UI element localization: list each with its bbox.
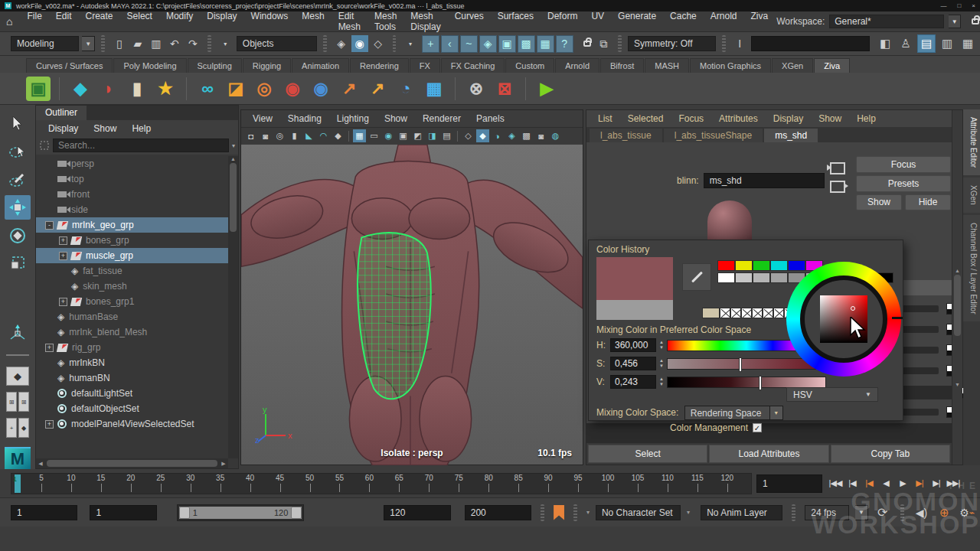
ziva-bone-icon[interactable]: ▮ [125, 77, 149, 101]
viewport-menu-shading[interactable]: Shading [281, 112, 328, 126]
ae-menu-attributes[interactable]: Attributes [712, 112, 765, 126]
menu-edit-mesh[interactable]: Edit Mesh [332, 8, 368, 34]
toolbar-grip[interactable] [101, 35, 105, 52]
ziva-delete-solver-icon[interactable]: ⊠ [492, 77, 517, 101]
empty-history-swatch[interactable] [773, 308, 784, 318]
viewport-menu-show[interactable]: Show [377, 112, 414, 126]
modeling-toolkit-icon[interactable]: ◧ [876, 34, 894, 53]
ziva-run-simulation-icon[interactable]: ▶ [534, 77, 559, 101]
home-icon[interactable]: ⌂ [6, 15, 12, 28]
tools-expand-icon[interactable]: ▾ [402, 35, 418, 52]
new-scene-icon[interactable]: ▯ [111, 35, 128, 52]
current-color-swatch[interactable] [596, 257, 673, 300]
playback-end-field[interactable]: 120 [384, 505, 450, 520]
viewport-menu-renderer[interactable]: Renderer [416, 112, 468, 126]
menu-mesh[interactable]: Mesh [295, 8, 331, 34]
animation-preferences-icon[interactable]: ⚙⌁ [959, 504, 975, 521]
material-swatch-sphere[interactable] [707, 201, 752, 243]
side-tab-attribute-editor[interactable]: Attribute Editor [963, 109, 980, 175]
color-model-select[interactable]: HSV▼ [786, 387, 878, 402]
select-camera-icon[interactable]: ◘ [244, 129, 257, 142]
empty-history-swatch[interactable] [720, 308, 730, 318]
ao-icon[interactable]: ◙ [534, 129, 547, 142]
ziva-delete-node-icon[interactable]: ⊗ [464, 77, 488, 101]
outliner-item-top[interactable]: top [36, 171, 228, 187]
snap-grid-icon[interactable]: ◈ [333, 35, 350, 52]
workspace-lock-icon[interactable] [972, 18, 979, 24]
playback-start-field[interactable]: 1 [90, 505, 156, 520]
safe-title-icon[interactable]: ▤ [440, 129, 453, 142]
mixing-space-select[interactable]: Rendering Space [684, 406, 770, 420]
shelf-tab-curves-surfaces[interactable]: Curves / Surfaces [26, 58, 113, 73]
expand-toggle-icon[interactable]: - [45, 221, 54, 230]
shelf-tab-fx-caching[interactable]: FX Caching [441, 58, 505, 73]
fps-dropdown-icon[interactable]: ▼ [855, 505, 868, 520]
outliner-search-dropdown-icon[interactable]: ▾ [232, 142, 235, 149]
palette-swatch[interactable] [753, 260, 770, 271]
menu-select[interactable]: Select [120, 8, 159, 34]
menu-mesh-display[interactable]: Mesh Display [403, 8, 447, 34]
charset-dropdown-icon[interactable]: ▾ [687, 509, 690, 516]
attribute-editor-toggle-icon[interactable]: ▤ [917, 34, 936, 53]
outliner-item-defaultlightset[interactable]: defaultLightSet [36, 386, 228, 401]
close-button[interactable]: × [972, 2, 975, 9]
outliner-item-modelpanel4viewselectedset[interactable]: +modelPanel4ViewSelectedSet [36, 416, 228, 432]
step-back-frame-button[interactable]: |◀ [844, 474, 861, 493]
open-scene-icon[interactable]: ▰ [129, 35, 146, 52]
outliner-item-humanbase[interactable]: ◈humanBase [36, 309, 228, 324]
shadows-icon[interactable]: ▩ [520, 129, 533, 142]
value-slider[interactable] [667, 377, 826, 388]
ae-menu-help[interactable]: Help [850, 112, 883, 126]
save-scene-icon[interactable]: ▥ [148, 35, 165, 52]
current-frame-field[interactable]: 1 [756, 474, 822, 493]
outliner-item-bones_grp1[interactable]: +bones_grp1 [36, 294, 228, 309]
outliner-item-humanbn[interactable]: ◈humanBN [36, 370, 228, 386]
step-forward-key-button[interactable]: ▶| [911, 474, 928, 493]
previous-color-swatch[interactable] [596, 300, 673, 320]
viewport-menu-lighting[interactable]: Lighting [330, 112, 376, 126]
outliner-filter-icon[interactable] [39, 140, 50, 151]
menu-deform[interactable]: Deform [541, 8, 584, 34]
toolbar-grip[interactable] [323, 35, 327, 52]
show-button[interactable]: Show [856, 194, 902, 210]
outliner-item-muscle_grp[interactable]: +muscle_grp [36, 248, 228, 263]
hue-spinner[interactable]: ▲▼ [659, 340, 664, 350]
viewport-menu-view[interactable]: View [246, 112, 279, 126]
range-slider[interactable]: 1120 [177, 504, 305, 521]
use-all-lights-icon[interactable]: ◈ [505, 129, 518, 142]
ziva-solver-icon[interactable]: ▦ [422, 77, 446, 101]
anim-layer-select[interactable]: No Anim Layer [701, 505, 782, 520]
input-line-field[interactable] [751, 36, 870, 51]
outliner-search-input[interactable]: Search... [53, 139, 229, 152]
selection-mask-select[interactable]: Objects [237, 36, 317, 51]
palette-swatch[interactable] [717, 260, 735, 271]
two-pane-layout-button[interactable]: + [6, 418, 17, 438]
copy-node-icon[interactable] [830, 181, 845, 193]
film-gate-icon[interactable]: ▭ [368, 129, 381, 142]
hue-field[interactable]: 360,000 [610, 338, 656, 352]
shelf-tab-xgen[interactable]: XGen [772, 58, 813, 73]
attribute-editor-scrollbar[interactable]: ▲ ▼ [952, 110, 962, 465]
palette-swatch[interactable] [735, 260, 753, 271]
menu-file[interactable]: File [20, 8, 48, 34]
menu-set-select[interactable]: Modeling [11, 36, 79, 51]
make-live-icon[interactable]: + [422, 35, 439, 53]
ae-button-copy-tab[interactable]: Copy Tab [831, 445, 950, 463]
toolbar-grip[interactable] [722, 35, 726, 52]
side-tab-channel-box-layer-editor[interactable]: Channel Box / Layer Editor [963, 215, 980, 322]
ae-menu-list[interactable]: List [591, 112, 619, 126]
shelf-tab-animation[interactable]: Animation [292, 58, 349, 73]
outliner-item-fat_tissue[interactable]: ◈fat_tissue [36, 263, 228, 279]
color-wheel[interactable] [786, 262, 901, 377]
animation-end-field[interactable]: 200 [465, 505, 531, 520]
menu-curves[interactable]: Curves [448, 8, 491, 34]
move-tool-button[interactable] [5, 195, 31, 220]
play-backwards-button[interactable]: ◀ [877, 474, 894, 493]
menu-uv[interactable]: UV [584, 8, 611, 34]
textured-icon[interactable]: ◑ [491, 129, 504, 142]
outliner-tab[interactable]: Outliner [36, 106, 87, 120]
safe-action-icon[interactable]: ◨ [426, 129, 439, 142]
snap-point-icon[interactable]: ◇ [370, 35, 387, 52]
ae-tab-l_abs_tissueshape[interactable]: l_abs_tissueShape [664, 129, 763, 142]
outliner-vertical-scrollbar[interactable]: ▲ [228, 156, 238, 458]
